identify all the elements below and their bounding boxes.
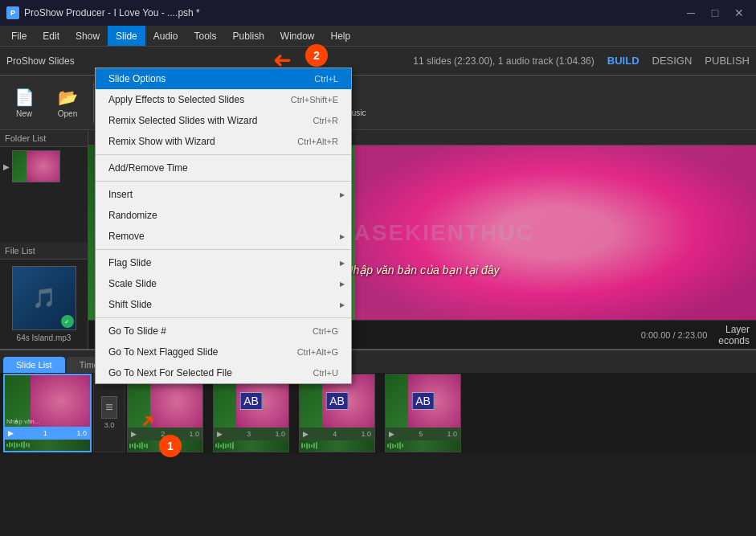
file-list-header: File List — [0, 243, 88, 260]
layer-info: Layer econds — [718, 324, 750, 346]
slide-list: Nhập văn... ▶ 1 1.0 — [0, 373, 756, 453]
remove-label: Remove — [108, 231, 145, 242]
wave-bar — [316, 442, 317, 449]
wave-bar — [14, 442, 15, 448]
slide-play-icon-1: ▶ — [8, 429, 14, 437]
slide-waveform-1 — [5, 440, 90, 451]
wave-bar — [399, 442, 401, 449]
slide-time-3: 1.0 — [275, 430, 285, 438]
proshow-label: ProShow Slides — [6, 55, 75, 67]
slide-num-5: 5 — [419, 430, 423, 438]
title-bar-controls[interactable]: ─ □ ✕ — [680, 5, 750, 21]
transition-1[interactable]: ≡ 3.0 — [93, 374, 125, 452]
slide-waveform-2 — [128, 440, 202, 452]
design-button[interactable]: DESIGN — [652, 55, 693, 67]
menu-publish[interactable]: Publish — [224, 26, 272, 46]
slide-num-bar-3: ▶ 3 1.0 — [214, 428, 288, 440]
slide-list-tab[interactable]: Slide List — [3, 357, 65, 373]
slide-num-3: 3 — [247, 430, 251, 438]
menu-help[interactable]: Help — [323, 26, 359, 46]
menu-bar: File Edit Show Slide Audio Tools Publish… — [0, 26, 756, 47]
menu-show[interactable]: Show — [67, 26, 108, 46]
wave-bar — [137, 444, 138, 448]
slide-item-2[interactable]: ▶ 2 1.0 — [127, 374, 203, 452]
wave-bar — [232, 442, 234, 449]
goto-flagged-label: Go To Next Flagged Slide — [108, 346, 219, 358]
slide-time-4: 1.0 — [361, 430, 371, 438]
menu-apply-effects[interactable]: Apply Effects to Selected Slides Ctrl+Sh… — [96, 89, 351, 110]
layer-label: Layer — [725, 324, 750, 335]
seconds-label: econds — [718, 335, 750, 346]
slide-text-1: Nhập văn... — [6, 418, 39, 425]
menu-remove[interactable]: Remove — [96, 226, 351, 247]
file-badge: ✓ — [61, 315, 74, 328]
menu-remix-show[interactable]: Remix Show with Wizard Ctrl+Alt+R — [96, 131, 351, 152]
wave-bar — [11, 443, 13, 447]
menu-edit[interactable]: Edit — [35, 26, 67, 46]
folder-list-header: Folder List — [0, 130, 88, 147]
wave-bar — [230, 443, 231, 448]
menu-goto-next-selected[interactable]: Go To Next For Selected File Ctrl+U — [96, 362, 351, 383]
open-label: Open — [58, 109, 77, 118]
trans-num-1: 3.0 — [104, 421, 115, 429]
status-text: 11 slides (2:23.00), 1 audio track (1:04… — [413, 55, 594, 67]
menu-window[interactable]: Window — [272, 26, 323, 46]
app-icon: P — [6, 6, 19, 19]
wave-bar — [387, 444, 389, 448]
goto-selected-label: Go To Next For Selected File — [108, 367, 232, 378]
slide-item-3[interactable]: AB ▶ 3 1.0 — [213, 374, 289, 452]
wave-bar — [215, 444, 217, 448]
menu-scale-slide[interactable]: Scale Slide — [96, 273, 351, 294]
slide-item-1[interactable]: Nhập văn... ▶ 1 1.0 — [3, 374, 92, 452]
menu-flag-slide[interactable]: Flag Slide — [96, 252, 351, 273]
slide-item-4[interactable]: AB ▶ 4 1.0 — [299, 374, 375, 452]
slide-num-2: 2 — [161, 430, 165, 438]
build-button[interactable]: BUILD — [607, 55, 640, 67]
randomize-label: Randomize — [108, 210, 157, 221]
minimize-button[interactable]: ─ — [680, 5, 701, 21]
scale-slide-label: Scale Slide — [108, 278, 157, 289]
file-thumbnail[interactable]: 🎵 ✓ — [12, 266, 76, 330]
separator-4 — [96, 317, 351, 318]
wave-bar — [313, 443, 315, 448]
menu-insert[interactable]: Insert — [96, 184, 351, 205]
menu-remix-selected[interactable]: Remix Selected Slides with Wizard Ctrl+R — [96, 110, 351, 131]
remix-show-label: Remix Show with Wizard — [108, 136, 215, 147]
file-list-content: 🎵 ✓ 64s Island.mp3 — [0, 260, 88, 349]
menu-tools[interactable]: Tools — [186, 26, 224, 46]
wave-bar — [306, 443, 308, 449]
folder-expand-btn[interactable]: ▶ — [0, 147, 88, 186]
maximize-button[interactable]: □ — [705, 5, 725, 21]
wave-bar — [311, 444, 313, 448]
new-button[interactable]: 📄 New — [3, 79, 45, 127]
wave-bar — [392, 444, 394, 448]
slide-ab-icon-3: AB — [239, 392, 263, 410]
slide-num-4: 4 — [333, 430, 337, 438]
wave-bar — [139, 443, 141, 448]
wave-bar — [220, 444, 222, 448]
slide-num-bar-4: ▶ 4 1.0 — [300, 428, 374, 440]
slide-item-5[interactable]: AB ▶ 5 1.0 — [385, 374, 461, 452]
menu-slide[interactable]: Slide — [108, 26, 145, 46]
shift-slide-label: Shift Slide — [108, 299, 152, 310]
insert-label: Insert — [108, 189, 133, 200]
publish-button[interactable]: PUBLISH — [705, 55, 750, 67]
toolbar-right: 11 slides (2:23.00), 1 audio track (1:04… — [413, 55, 750, 67]
toolbar-label: ProShow Slides — [6, 55, 75, 67]
open-icon: 📂 — [58, 88, 78, 107]
menu-audio[interactable]: Audio — [145, 26, 186, 46]
wave-bar — [227, 444, 229, 448]
open-button[interactable]: 📂 Open — [47, 79, 88, 127]
remix-selected-label: Remix Selected Slides with Wizard — [108, 115, 257, 126]
menu-file[interactable]: File — [3, 26, 35, 46]
menu-add-remove-time[interactable]: Add/Remove Time — [96, 158, 351, 178]
file-name: 64s Island.mp3 — [17, 333, 72, 342]
menu-goto-next-flagged[interactable]: Go To Next Flagged Slide Ctrl+Alt+G — [96, 342, 351, 362]
menu-goto-slide[interactable]: Go To Slide # Ctrl+G — [96, 321, 351, 342]
menu-shift-slide[interactable]: Shift Slide — [96, 294, 351, 315]
menu-randomize[interactable]: Randomize — [96, 205, 351, 226]
remix-show-shortcut: Ctrl+Alt+R — [297, 137, 338, 146]
close-button[interactable]: ✕ — [729, 5, 750, 21]
goto-slide-label: Go To Slide # — [108, 325, 166, 337]
menu-slide-options[interactable]: Slide Options Ctrl+L — [96, 68, 351, 89]
